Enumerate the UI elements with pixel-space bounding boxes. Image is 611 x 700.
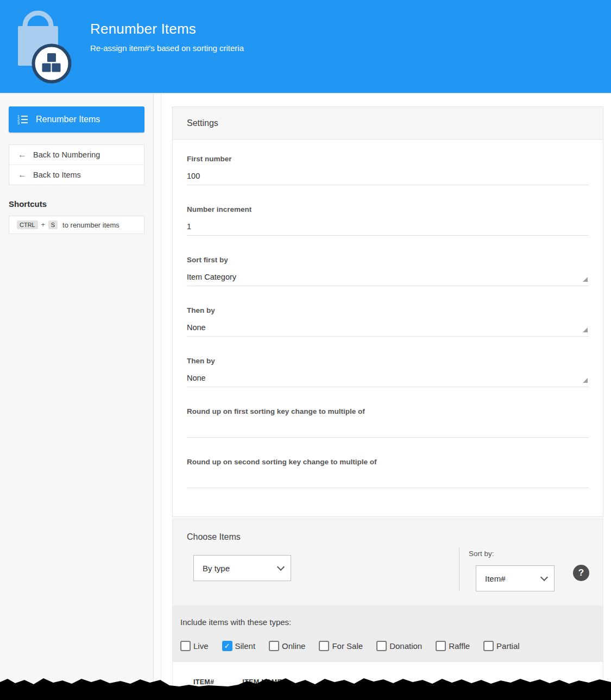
type-label: Live bbox=[193, 641, 209, 651]
svg-text:3: 3 bbox=[17, 121, 20, 125]
type-label: Donation bbox=[389, 641, 422, 651]
type-checkbox[interactable] bbox=[436, 641, 446, 651]
type-option-for-sale[interactable]: For Sale bbox=[319, 641, 363, 651]
help-icon[interactable]: ? bbox=[573, 565, 589, 581]
item-filter-select[interactable]: By type bbox=[193, 555, 291, 581]
dropdown-triangle-icon bbox=[583, 327, 588, 332]
sidebar: 1 2 3 Renumber Items ← Back to Numbering… bbox=[0, 93, 154, 700]
sidebar-nav: ← Back to Numbering ← Back to Items bbox=[9, 144, 144, 185]
page-title: Renumber Items bbox=[90, 21, 196, 37]
blocks-badge bbox=[34, 46, 70, 82]
sidebar-item-renumber-items[interactable]: 1 2 3 Renumber Items bbox=[9, 106, 144, 133]
select-value: None bbox=[187, 323, 206, 332]
select-value: By type bbox=[203, 564, 230, 573]
vertical-divider bbox=[459, 548, 459, 591]
kbd-s: S bbox=[48, 220, 58, 229]
column-header-item-number: ITEM# bbox=[193, 678, 214, 686]
type-checkbox[interactable] bbox=[319, 641, 329, 651]
back-arrow-icon: ← bbox=[18, 171, 27, 179]
chevron-down-icon bbox=[277, 563, 285, 570]
back-arrow-icon: ← bbox=[18, 150, 27, 159]
field-label: Round up on first sorting key change to … bbox=[187, 407, 589, 415]
type-label: Online bbox=[282, 641, 305, 651]
field-number-increment: Number increment 1 bbox=[187, 205, 589, 236]
type-checkbox[interactable] bbox=[180, 641, 191, 651]
type-option-online[interactable]: Online bbox=[269, 641, 305, 651]
numbered-list-icon: 1 2 3 bbox=[17, 113, 29, 125]
first-number-input[interactable]: 100 bbox=[187, 172, 589, 185]
then-by-select[interactable]: None bbox=[187, 323, 589, 337]
type-checkbox[interactable] bbox=[222, 641, 232, 651]
include-types-label: Include items with these types: bbox=[180, 617, 603, 627]
kbd-ctrl: CTRL bbox=[17, 220, 38, 229]
shortcuts-heading: Shortcuts bbox=[9, 199, 144, 209]
settings-panel: Settings First number 100 Number increme… bbox=[172, 106, 603, 517]
round-up-first-input[interactable] bbox=[187, 424, 589, 438]
select-value: None bbox=[187, 374, 206, 382]
field-label: Then by bbox=[187, 306, 589, 314]
field-label: Number increment bbox=[187, 205, 589, 213]
field-first-number: First number 100 bbox=[187, 155, 589, 185]
shopping-bag-icon bbox=[18, 8, 72, 84]
shortcut-hint: CTRL + S to renumber items bbox=[9, 216, 144, 234]
sidebar-item-back-to-numbering[interactable]: ← Back to Numbering bbox=[9, 145, 144, 165]
app-logo bbox=[18, 8, 72, 86]
field-label: Then by bbox=[187, 357, 589, 365]
type-option-raffle[interactable]: Raffle bbox=[436, 641, 470, 651]
items-table-header-row: ITEM# ITEM NAME bbox=[193, 678, 603, 686]
type-option-donation[interactable]: Donation bbox=[376, 641, 422, 651]
sort-by-select[interactable]: Item# bbox=[476, 565, 555, 591]
type-label: For Sale bbox=[332, 641, 363, 651]
type-checkbox[interactable] bbox=[376, 641, 387, 651]
type-checkbox[interactable] bbox=[483, 641, 494, 651]
sidebar-scroll-gutter bbox=[154, 93, 161, 700]
sort-first-by-select[interactable]: Item Category bbox=[187, 273, 589, 286]
include-types-strip: Include items with these types: Live Sil… bbox=[173, 606, 603, 662]
dropdown-triangle-icon bbox=[583, 378, 588, 383]
field-round-up-second: Round up on second sorting key change to… bbox=[187, 458, 589, 488]
field-then-by-2: Then by None bbox=[187, 357, 589, 387]
field-sort-first-by: Sort first by Item Category bbox=[187, 256, 589, 286]
select-value: Item# bbox=[485, 574, 506, 583]
nav-label: Back to Items bbox=[33, 171, 81, 179]
field-round-up-first: Round up on first sorting key change to … bbox=[187, 407, 589, 438]
field-then-by-1: Then by None bbox=[187, 306, 589, 337]
type-label: Silent bbox=[235, 641, 256, 651]
field-label: Sort first by bbox=[187, 256, 589, 264]
choose-items-panel: Choose Items By type Sort by: Item# ? In… bbox=[172, 519, 603, 700]
page: Renumber Items Re-assign item#'s based o… bbox=[0, 0, 611, 700]
items-table: ITEM# ITEM NAME bbox=[173, 662, 603, 700]
sidebar-item-label: Renumber Items bbox=[36, 115, 100, 124]
type-option-partial[interactable]: Partial bbox=[483, 641, 520, 651]
type-option-live[interactable]: Live bbox=[180, 641, 209, 651]
chevron-down-icon bbox=[540, 573, 548, 581]
dropdown-triangle-icon bbox=[583, 277, 588, 282]
shortcut-description: to renumber items bbox=[62, 221, 119, 229]
settings-heading: Settings bbox=[173, 107, 603, 140]
nav-label: Back to Numbering bbox=[33, 150, 100, 159]
type-checkbox[interactable] bbox=[269, 641, 279, 651]
round-up-second-input[interactable] bbox=[187, 475, 589, 488]
page-subtitle: Re-assign item#'s based on sorting crite… bbox=[90, 43, 244, 53]
sort-by-label: Sort by: bbox=[469, 550, 494, 558]
kbd-plus: + bbox=[41, 221, 45, 229]
type-checkbox-row: Live Silent Online For Sale Donation bbox=[180, 641, 603, 651]
type-label: Partial bbox=[496, 641, 520, 651]
field-label: First number bbox=[187, 155, 589, 163]
type-option-silent[interactable]: Silent bbox=[222, 641, 256, 651]
column-header-item-name: ITEM NAME bbox=[242, 678, 282, 686]
settings-body: First number 100 Number increment 1 Sort… bbox=[173, 140, 603, 516]
number-increment-input[interactable]: 1 bbox=[187, 222, 589, 236]
field-label: Round up on second sorting key change to… bbox=[187, 458, 589, 466]
sidebar-item-back-to-items[interactable]: ← Back to Items bbox=[9, 165, 144, 185]
select-value: Item Category bbox=[187, 273, 236, 281]
choose-items-heading: Choose Items bbox=[187, 532, 241, 542]
app-header: Renumber Items Re-assign item#'s based o… bbox=[0, 0, 611, 93]
then-by-select[interactable]: None bbox=[187, 374, 589, 387]
type-label: Raffle bbox=[449, 641, 470, 651]
